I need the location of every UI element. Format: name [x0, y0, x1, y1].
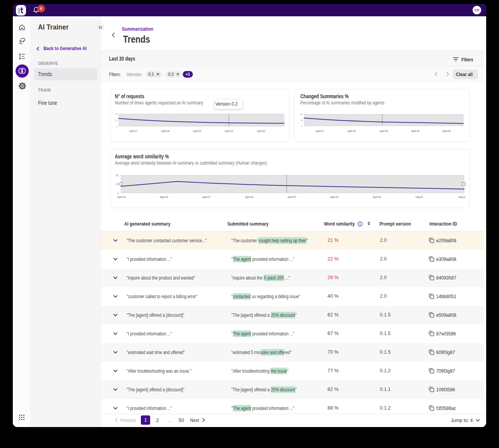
svg-text:April 30: April 30 [373, 195, 381, 199]
svg-text:20: 20 [115, 119, 117, 122]
svg-text:May 0: May 0 [458, 195, 465, 199]
svg-text:April 27: April 27 [315, 129, 324, 133]
svg-text:April 28: April 28 [161, 129, 170, 133]
svg-text:80: 80 [300, 113, 303, 116]
svg-text:30: 30 [116, 183, 119, 186]
svg-text:April 29: April 29 [411, 129, 419, 133]
svg-text:April 29: April 29 [225, 129, 233, 133]
svg-text:40: 40 [300, 119, 303, 122]
svg-text:April 26: April 26 [117, 195, 126, 199]
svg-text:April 29: April 29 [193, 129, 201, 133]
svg-text:April 28: April 28 [379, 129, 388, 133]
svg-text:April 30: April 30 [257, 129, 265, 133]
svg-text:May 01: May 01 [416, 195, 423, 199]
svg-text:60: 60 [116, 174, 119, 177]
svg-text:April 28: April 28 [245, 195, 253, 199]
svg-text:0: 0 [301, 125, 303, 127]
svg-text:April 28: April 28 [347, 129, 356, 133]
svg-text:April 27: April 27 [202, 195, 211, 199]
svg-text:0: 0 [117, 192, 119, 194]
svg-text:40: 40 [115, 113, 117, 115]
svg-text:April 29: April 29 [330, 195, 338, 199]
svg-text:April 29: April 29 [288, 195, 296, 199]
svg-text:April 26: April 26 [160, 195, 168, 199]
svg-text:April 27: April 27 [129, 129, 138, 133]
svg-text:April 30: April 30 [442, 129, 451, 133]
svg-text:0: 0 [116, 125, 117, 128]
